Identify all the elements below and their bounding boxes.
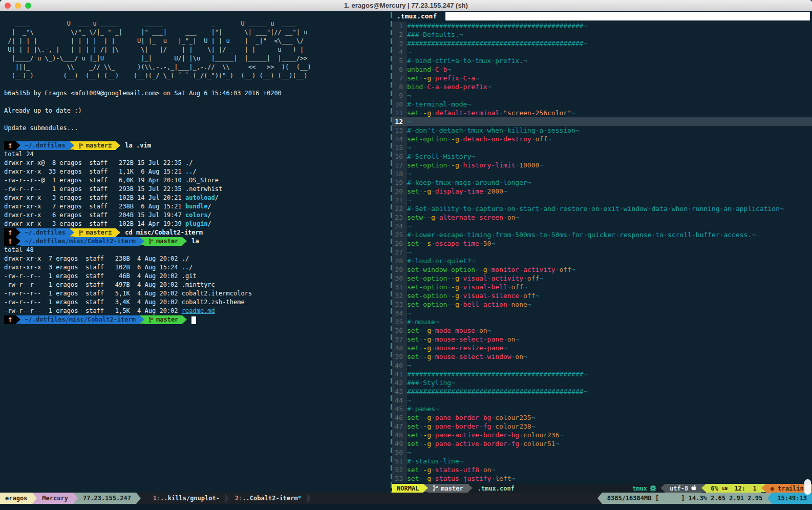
prompt-symbol: † [4, 315, 16, 324]
vim-line: 13#·don't·detach·tmux·when·killing·a·ses… [392, 126, 812, 135]
prompt-command: la [187, 237, 199, 246]
powerline-separator [73, 493, 78, 504]
vim-line: 17set-option·-g·history-limit·10000¬ [392, 161, 812, 169]
vim-line: 16#·Scroll·History¬ [392, 152, 812, 161]
tmux-window-active[interactable]: 2:..Cobalt2-iterm* [230, 493, 307, 504]
file-list-row: drwxr-xr-x 3 eragos staff 102B 14 Jul 20… [4, 194, 311, 202]
directory-name: bundle [185, 203, 207, 210]
prompt-symbol: † [4, 228, 16, 237]
close-icon[interactable] [5, 3, 11, 9]
powerline-separator [32, 493, 37, 504]
vim-line: 35#·mouse¬ [392, 317, 812, 326]
vim-line: 31set-option·-g·visual-bell·off¬ [392, 283, 812, 291]
directory-name: .. [182, 264, 189, 271]
listing-total: total 48 [4, 246, 311, 254]
tabline-fill [445, 12, 810, 20]
branch-icon [78, 142, 83, 149]
file-list-row: drwxr-xr-x 7 eragos staff 238B 6 Aug 15:… [4, 202, 311, 211]
vim-line: 51#·status·line¬ [392, 457, 812, 465]
tmux-user-badge: eragos [0, 493, 32, 504]
vim-line: 33set-option·-g·bell-action·none¬ [392, 300, 812, 309]
prompt-path: ~/.dotfiles/misc/Cobalt2-iterm [20, 237, 140, 246]
file-list-row: -rw-r--r--@ 1 eragos staff 6,0K 19 Apr 2… [4, 176, 311, 185]
scrollbar-thumb[interactable] [804, 479, 811, 495]
vim-line: 7set·-g·prefix·C-a¬ [392, 74, 812, 82]
vim-line: 50¬ [392, 448, 812, 457]
vim-line: 3#######################################… [392, 39, 812, 48]
statusline-tmux: tmux [628, 484, 660, 493]
branch-icon [433, 485, 438, 492]
vim-line: 43######################################… [392, 387, 812, 396]
file-name: ./ [185, 159, 193, 166]
tmux-window[interactable]: 1:..kills/gnuplot- [148, 493, 225, 504]
branch-icon [148, 238, 154, 245]
powerline-separator [767, 493, 772, 504]
prompt-git-branch: master [144, 315, 182, 324]
file-list-row: -rw-r--r-- 1 eragos staff 3,4K 4 Aug 20:… [4, 298, 311, 307]
vim-line: 18¬ [392, 169, 812, 178]
file-list-row: drwxr-xr-x 6 eragos staff 204B 15 Jul 19… [4, 211, 311, 220]
file-name: .netrwhist [185, 185, 222, 193]
gear-icon [650, 485, 656, 492]
cursor-block [191, 316, 196, 324]
prompt-path: ~/.dotfiles [20, 141, 69, 150]
prompt-symbol: † [4, 237, 16, 246]
statusline-position: 6% ʟɴ 12: 1 [706, 484, 761, 493]
vim-line: 34¬ [392, 309, 812, 317]
vim-line: 9¬ [392, 91, 812, 100]
statusline-branch: master [428, 484, 467, 493]
vim-line: 53set·-g·status-justify·left¬ [392, 474, 812, 483]
vim-mode-badge: NORMAL [392, 484, 423, 493]
prompt-command: cd misc/Cobalt2-iterm [120, 228, 203, 237]
shell-prompt: †~/.dotfiles/misc/Cobalt2-itermmasterla [4, 237, 311, 246]
vim-buffer[interactable]: 1#######################################… [392, 22, 812, 483]
powerline-separator [16, 141, 20, 150]
vim-line: 2###·Defaults.¬ [392, 30, 812, 39]
powerline-separator [116, 141, 120, 150]
vim-pane[interactable]: .tmux.conf 1############################… [392, 11, 812, 493]
tab-tmux-conf[interactable]: .tmux.conf [397, 12, 437, 21]
prompt-path: ~/.dotfiles/misc/Cobalt2-iterm [20, 315, 140, 324]
vim-statusline: NORMAL master .tmux.conf tmux [392, 484, 812, 493]
prompt-command: la .vim [120, 141, 151, 150]
prompt-git-branch: master [144, 237, 182, 246]
file-name: .minttyrc [182, 281, 215, 288]
powerline-separator [70, 228, 74, 237]
zoom-icon[interactable] [25, 3, 31, 9]
shell-pane[interactable]: ____ U ___ u _____ _____ _ U _____ u ___… [0, 11, 390, 493]
minimize-icon[interactable] [15, 3, 21, 9]
powerline-separator [140, 315, 144, 324]
tmux-status-bar: eragos Mercury 77.23.155.247 1:..kills/g… [0, 493, 812, 504]
file-list-row: drwxr-xr-x 33 eragos staff 1,1K 6 Aug 15… [4, 167, 311, 176]
file-list-row: drwxr-xr-x@ 8 eragos staff 272B 15 Jul 2… [4, 159, 311, 167]
apple-icon [691, 485, 697, 492]
shell-line [4, 115, 311, 124]
vim-line: 24¬ [392, 222, 812, 230]
warning-bullet-icon: ● [771, 485, 778, 492]
linenr-icon: ʟɴ [722, 485, 727, 491]
vim-line: 1#######################################… [392, 22, 812, 30]
vim-line: 38set·-g·mouse-resize-pane¬ [392, 344, 812, 352]
terminal-cursor[interactable] [187, 315, 196, 324]
vim-line: 26set·-s·escape-time·50¬ [392, 239, 812, 248]
branch-icon [78, 229, 83, 236]
vim-line: 8bind·C-a·send-prefix¬ [392, 82, 812, 91]
powerline-separator [468, 484, 473, 492]
vim-line: 15¬ [392, 143, 812, 152]
statusline-filename: .tmux.conf [473, 484, 520, 493]
vim-line: 6unbind·C-b¬ [392, 65, 812, 74]
prompt-path: ~/.dotfiles [20, 228, 69, 237]
vim-line: 12¬ [392, 117, 812, 126]
tmux-ip-badge: 77.23.155.247 [78, 493, 136, 504]
file-list-row: drwxr-xr-x 7 eragos staff 238B 4 Aug 20:… [4, 254, 311, 263]
vim-line: 41######################################… [392, 370, 812, 378]
vim-line: 28#·loud·or·quiet?¬ [392, 257, 812, 265]
directory-name: plugin [185, 220, 207, 227]
file-name: cobalt2.zsh-theme [182, 299, 245, 306]
shell-line [4, 133, 311, 141]
vim-line: 32set-option·-g·visual-silence·off¬ [392, 291, 812, 300]
prompt-symbol: † [4, 141, 16, 150]
tmux-memory-load: 8385/16384MB [ ] 14.3% 2.65 2.91 2.95 [602, 493, 767, 504]
tmux-pane-border[interactable] [391, 12, 392, 493]
file-name: .git [182, 272, 197, 280]
